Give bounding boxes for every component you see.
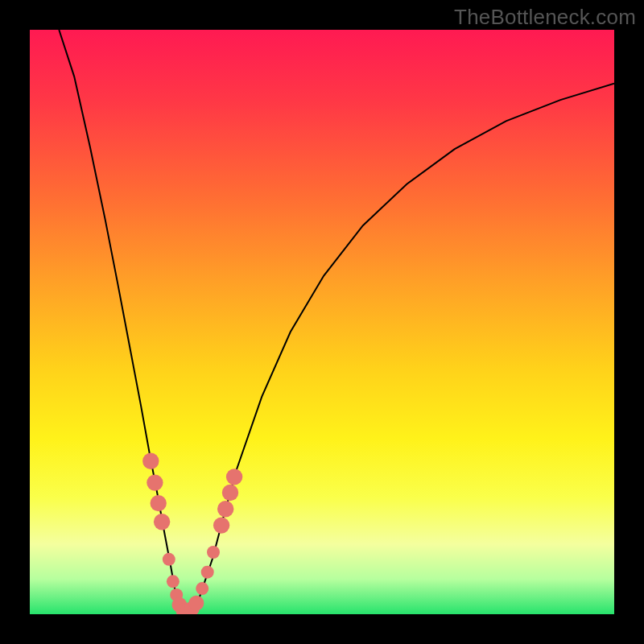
marker-dot bbox=[222, 485, 238, 501]
marker-dot bbox=[213, 517, 229, 533]
marker-dot bbox=[201, 566, 214, 579]
marker-dot bbox=[147, 474, 163, 490]
chart-svg bbox=[30, 30, 614, 614]
marker-dot bbox=[142, 453, 159, 469]
watermark-text: TheBottleneck.com bbox=[454, 5, 636, 30]
marker-dot bbox=[163, 553, 175, 566]
marker-dot bbox=[217, 501, 233, 517]
marker-dot bbox=[154, 514, 170, 530]
marker-dot bbox=[196, 582, 208, 595]
marker-dot bbox=[151, 495, 167, 511]
marker-dot bbox=[189, 596, 204, 611]
marker-dot bbox=[226, 469, 242, 485]
plot-area bbox=[30, 30, 614, 614]
curve-right-branch bbox=[184, 84, 614, 612]
chart-frame: TheBottleneck.com bbox=[0, 0, 644, 644]
marker-group bbox=[142, 453, 242, 614]
marker-dot bbox=[207, 546, 220, 559]
marker-dot bbox=[167, 575, 180, 588]
